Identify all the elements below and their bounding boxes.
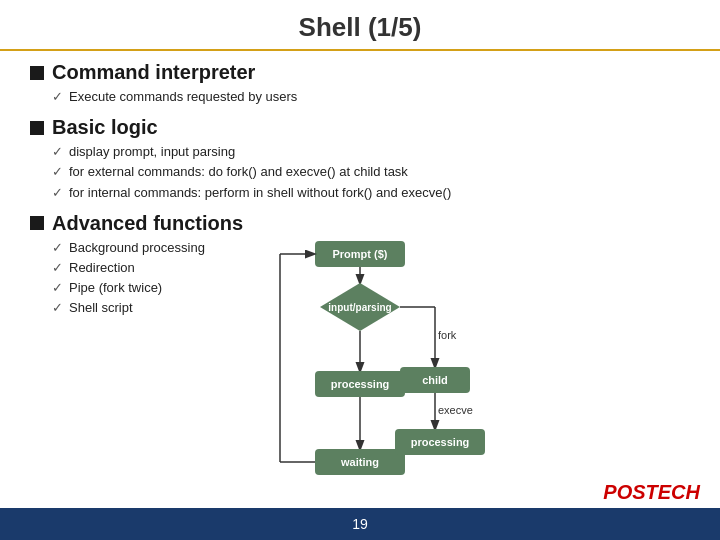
list-item: ✓ for internal commands: perform in shel… xyxy=(52,184,680,202)
flowchart: Prompt ($) input/parsing pro xyxy=(260,239,560,509)
list-item: ✓ display prompt, input parsing xyxy=(52,143,680,161)
item-text: display prompt, input parsing xyxy=(69,143,235,161)
section-command-interpreter: Command interpreter ✓ Execute commands r… xyxy=(30,61,680,106)
item-text: for internal commands: perform in shell … xyxy=(69,184,451,202)
section-title-command: Command interpreter xyxy=(30,61,680,84)
item-text: Redirection xyxy=(69,259,135,277)
svg-text:child: child xyxy=(422,374,448,386)
checkmark-icon: ✓ xyxy=(52,143,63,161)
list-item: ✓ for external commands: do fork() and e… xyxy=(52,163,680,181)
slide: Shell (1/5) Command interpreter ✓ Execut… xyxy=(0,0,720,540)
item-text: Execute commands requested by users xyxy=(69,88,297,106)
list-item: ✓ Redirection xyxy=(52,259,250,277)
page-number: 19 xyxy=(352,516,368,532)
list-item: ✓ Pipe (fork twice) xyxy=(52,279,250,297)
section-title-basic: Basic logic xyxy=(30,116,680,139)
flowchart-svg: Prompt ($) input/parsing pro xyxy=(260,239,520,509)
svg-text:input/parsing: input/parsing xyxy=(328,302,391,313)
list-item: ✓ Background processing xyxy=(52,239,250,257)
item-text: for external commands: do fork() and exe… xyxy=(69,163,408,181)
section-label-command: Command interpreter xyxy=(52,61,255,84)
svg-text:processing: processing xyxy=(411,436,470,448)
list-item: ✓ Execute commands requested by users xyxy=(52,88,680,106)
checkmark-icon: ✓ xyxy=(52,184,63,202)
svg-text:execve: execve xyxy=(438,404,473,416)
advanced-left: ✓ Background processing ✓ Redirection ✓ … xyxy=(30,239,250,322)
left-column: Command interpreter ✓ Execute commands r… xyxy=(30,61,690,509)
item-text: Background processing xyxy=(69,239,205,257)
checkmark-icon: ✓ xyxy=(52,299,63,317)
bullet-icon-2 xyxy=(30,121,44,135)
section-basic-logic: Basic logic ✓ display prompt, input pars… xyxy=(30,116,680,202)
bullet-icon xyxy=(30,66,44,80)
logo: POSTECH xyxy=(603,481,700,504)
bullet-icon-3 xyxy=(30,216,44,230)
advanced-content: ✓ Background processing ✓ Redirection ✓ … xyxy=(30,239,680,509)
svg-text:processing: processing xyxy=(331,378,390,390)
svg-text:fork: fork xyxy=(438,329,457,341)
title-bar: Shell (1/5) xyxy=(0,0,720,51)
checkmark-icon: ✓ xyxy=(52,163,63,181)
advanced-items: ✓ Background processing ✓ Redirection ✓ … xyxy=(30,239,250,318)
list-item: ✓ Shell script xyxy=(52,299,250,317)
section-label-basic: Basic logic xyxy=(52,116,158,139)
section-label-advanced: Advanced functions xyxy=(52,212,243,235)
section-title-advanced: Advanced functions xyxy=(30,212,680,235)
checkmark-icon: ✓ xyxy=(52,239,63,257)
svg-text:waiting: waiting xyxy=(340,456,379,468)
item-text: Shell script xyxy=(69,299,133,317)
checkmark-icon: ✓ xyxy=(52,88,63,106)
item-text: Pipe (fork twice) xyxy=(69,279,162,297)
slide-title: Shell (1/5) xyxy=(0,12,720,43)
content-area: Command interpreter ✓ Execute commands r… xyxy=(0,51,720,509)
flowchart-container: Prompt ($) input/parsing pro xyxy=(260,239,680,509)
svg-text:Prompt ($): Prompt ($) xyxy=(333,248,388,260)
basic-items: ✓ display prompt, input parsing ✓ for ex… xyxy=(30,143,680,202)
footer: 19 xyxy=(0,508,720,540)
section-advanced: Advanced functions ✓ Background processi… xyxy=(30,212,680,509)
checkmark-icon: ✓ xyxy=(52,259,63,277)
checkmark-icon: ✓ xyxy=(52,279,63,297)
command-items: ✓ Execute commands requested by users xyxy=(30,88,680,106)
